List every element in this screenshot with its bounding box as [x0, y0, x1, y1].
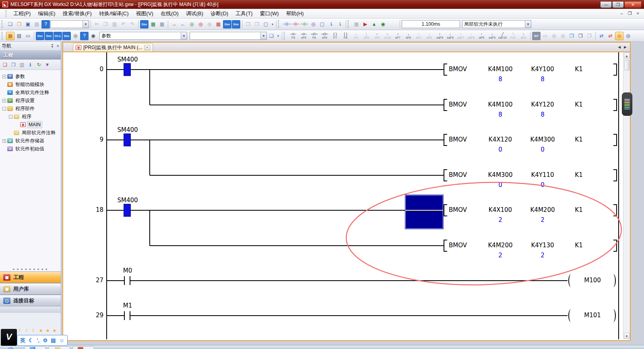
operand-source[interactable]: K4X120: [480, 136, 520, 144]
operand-source[interactable]: K4M100: [480, 101, 520, 109]
sort-filter-icon[interactable]: ▼: [43, 61, 51, 68]
close-branch-key[interactable]: ⊣/⊢sF6: [320, 31, 330, 41]
invert-result-key[interactable]: ↑aF5: [477, 31, 487, 41]
coil-key[interactable]: ( )F7: [330, 31, 340, 41]
operand-count[interactable]: K1: [565, 136, 593, 144]
module-configuration-icon[interactable]: ▤: [15, 32, 23, 40]
mdi-minimize-button[interactable]: –: [621, 11, 623, 16]
save-project-icon[interactable]: ▣: [24, 20, 32, 29]
new-data-icon[interactable]: ❏: [1, 61, 9, 68]
panel-splitter[interactable]: ■ ■ ■ ■ ■ ■ ■ ■ ■: [0, 268, 61, 271]
pulse-down-branch-key[interactable]: ↓aF8: [424, 31, 434, 41]
pulse-up-branch-key[interactable]: ↑aF7: [414, 31, 424, 41]
operand-destination[interactable]: K4Y100: [522, 66, 563, 74]
new-project-icon[interactable]: ❏: [6, 20, 14, 29]
data-property-icon[interactable]: ℹ: [27, 61, 34, 68]
menu-item[interactable]: 调试(B): [182, 9, 207, 18]
tree-expand-toggle[interactable]: -: [9, 115, 12, 119]
warning-icon[interactable]: ▲: [370, 20, 378, 29]
operand-count[interactable]: K1: [565, 171, 593, 179]
contact-on-SM400[interactable]: [124, 204, 131, 217]
cascade-windows-icon[interactable]: ❒: [253, 20, 261, 29]
scan-down1-icon[interactable]: ⇂: [327, 20, 335, 29]
device-monitor-icon[interactable]: ▦: [149, 20, 157, 29]
contact-open-bar[interactable]: [130, 276, 130, 285]
selection-cursor[interactable]: [405, 195, 443, 229]
windows-taskbar[interactable]: [0, 345, 644, 349]
navigation-window-icon[interactable]: ▦: [6, 32, 14, 40]
menu-item[interactable]: 工具(T): [232, 9, 256, 18]
operand-source[interactable]: K4M300: [480, 171, 520, 179]
read-from-plc-icon[interactable]: ←: [179, 20, 187, 29]
plc-diagnostics-icon[interactable]: ◎: [205, 20, 214, 29]
comment-display-icon[interactable]: ❒: [568, 32, 576, 40]
help-icon-2[interactable]: ?: [80, 32, 89, 40]
delete-vline-key[interactable]: ×cF10: [382, 31, 392, 41]
vertical-line-key[interactable]: │sF9: [361, 31, 372, 41]
ime-night-icon[interactable]: ☾: [29, 337, 33, 343]
tile-windows-icon[interactable]: ❒: [244, 20, 252, 29]
error-icon[interactable]: ◉: [379, 20, 387, 29]
device-register-monitor-icon[interactable]: Dev: [232, 20, 240, 29]
delete-hline-key[interactable]: ×cF9: [372, 31, 382, 41]
menu-item[interactable]: 视图(V): [132, 9, 157, 18]
instruction-bmov-1-0[interactable]: BMOV: [449, 136, 481, 144]
remote-operation-icon[interactable]: ◎: [196, 20, 205, 29]
tree-item[interactable]: ✎ 全局软元件注释: [0, 88, 61, 96]
monitor-write-icon[interactable]: ▢: [318, 20, 326, 29]
scan-down2-icon[interactable]: ⇂: [336, 20, 344, 29]
menu-item[interactable]: 帮助(H): [283, 9, 308, 18]
dock-close-icon[interactable]: ×: [57, 43, 59, 49]
pulse-open-key[interactable]: ↑saF5: [435, 31, 445, 41]
run-icon[interactable]: ▶: [361, 20, 369, 29]
write-mode-icon[interactable]: ◎: [559, 32, 567, 40]
find-device-icon[interactable]: ◎: [71, 32, 80, 40]
change-value-icon[interactable]: ◎: [309, 20, 318, 29]
instruction-bmov-2-0[interactable]: BMOV: [449, 206, 481, 214]
tab-scroll-right-icon[interactable]: ▶: [624, 45, 627, 49]
open-contact-key[interactable]: ⊣⊢F5: [288, 31, 298, 41]
coil-M100[interactable]: M100: [574, 277, 611, 285]
operand-source[interactable]: K4X100: [480, 206, 520, 214]
tree-item[interactable]: - ◫ 程序部件: [0, 105, 61, 113]
tree-item[interactable]: + ≡ 程序设置: [0, 96, 61, 105]
copy-icon[interactable]: ❒: [101, 20, 110, 29]
close-contact-key[interactable]: ⊣/⊢F6: [309, 31, 319, 41]
edit-line-key[interactable]: └F10: [508, 31, 518, 41]
tree-expand-toggle[interactable]: -: [2, 107, 6, 111]
menu-item[interactable]: 编辑(E): [34, 9, 59, 18]
find-contact-coil-icon[interactable]: ◎: [615, 32, 623, 40]
minimize-button[interactable]: —: [600, 1, 612, 8]
tree-item[interactable]: ≣ MAIN: [0, 121, 61, 129]
instruction-bmov-1-1[interactable]: BMOV: [449, 171, 481, 179]
contact-open-bar[interactable]: [124, 311, 125, 320]
restore-button[interactable]: ❐: [612, 1, 624, 8]
tab-scroll-left-icon[interactable]: ◀: [618, 45, 621, 49]
scroll-down-icon[interactable]: ▼: [624, 333, 630, 339]
menu-item[interactable]: 在线(O): [157, 9, 182, 18]
pulse-up-key[interactable]: ↑sF7: [393, 31, 403, 41]
operand-destination[interactable]: K4Y130: [522, 242, 563, 250]
find-next-device-icon[interactable]: ◎: [624, 32, 632, 40]
contact-on-SM400[interactable]: [124, 133, 131, 146]
contact-on-SM400[interactable]: [124, 63, 131, 76]
operand-count[interactable]: K1: [565, 242, 593, 250]
device-comment-list-icon[interactable]: Dev: [36, 32, 44, 40]
view-button[interactable]: ▤ 用户库: [0, 283, 61, 295]
contact-open-bar[interactable]: [130, 311, 130, 320]
print-icon[interactable]: ▤: [33, 20, 41, 29]
invert-operation-key[interactable]: ╱caF10: [497, 31, 508, 41]
pulse-close-key[interactable]: ↓saF6: [445, 31, 455, 41]
tree-item[interactable]: - ▱ 程序: [0, 113, 61, 121]
tree-item[interactable]: + ⚙ 参数: [0, 72, 61, 80]
paste-data-icon[interactable]: ▥: [18, 61, 26, 68]
instruction-bmov-0-0[interactable]: BMOV: [449, 66, 481, 74]
ime-logo[interactable]: V: [1, 329, 17, 346]
taskbar-app-3[interactable]: [72, 346, 94, 349]
start-button[interactable]: [6, 346, 15, 349]
outline-window-icon[interactable]: ▭: [24, 32, 32, 40]
toolbar-overflow-icon[interactable]: ▾: [270, 23, 275, 26]
ime-keyboard-icon[interactable]: ▤: [51, 337, 56, 343]
tab-main-program[interactable]: ≣ [PRG]监视 执行中 MAIN (... ×: [73, 43, 153, 51]
project-data-combo[interactable]: ▼: [50, 20, 89, 28]
